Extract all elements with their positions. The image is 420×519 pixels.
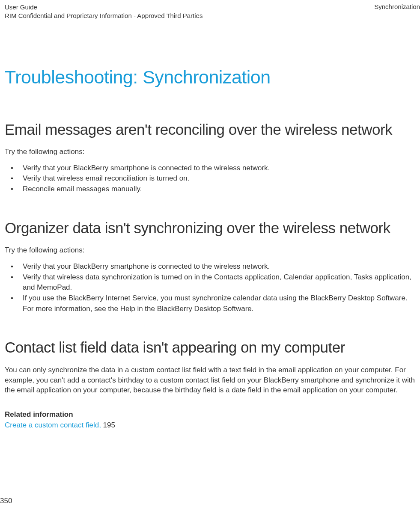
header-right: Synchronization — [374, 3, 420, 21]
section3-heading: Contact list field data isn't appearing … — [5, 338, 415, 357]
header-left: User Guide RIM Confidential and Propriet… — [5, 3, 203, 21]
section2-list: Verify that your BlackBerry smartphone i… — [5, 261, 415, 314]
related-link-page: 195 — [101, 421, 115, 429]
list-item: Verify that your BlackBerry smartphone i… — [11, 261, 415, 272]
page-title: Troubleshooting: Synchronization — [5, 67, 415, 88]
section2-intro: Try the following actions: — [5, 245, 415, 255]
related-link-row: Create a custom contact field, 195 — [5, 421, 415, 430]
header-confidential: RIM Confidential and Proprietary Informa… — [5, 12, 203, 20]
page-content: Troubleshooting: Synchronization Email m… — [0, 67, 420, 430]
header-title: User Guide — [5, 3, 203, 12]
list-item: If you use the BlackBerry Internet Servi… — [11, 293, 415, 314]
page-header: User Guide RIM Confidential and Propriet… — [0, 0, 420, 21]
list-item: Verify that your BlackBerry smartphone i… — [11, 163, 415, 174]
section1-heading: Email messages aren't reconciling over t… — [5, 120, 415, 139]
page-number: 350 — [0, 497, 12, 505]
list-item: Reconcile email messages manually. — [11, 184, 415, 195]
section3-body: You can only synchronize the data in a c… — [5, 365, 415, 395]
section2-heading: Organizer data isn't synchronizing over … — [5, 218, 415, 238]
related-link[interactable]: Create a custom contact field, — [5, 421, 101, 429]
related-heading: Related information — [5, 410, 415, 419]
list-item: Verify that wireless data synchronizatio… — [11, 272, 415, 293]
list-item: Verify that wireless email reconciliatio… — [11, 173, 415, 184]
section1-list: Verify that your BlackBerry smartphone i… — [5, 163, 415, 195]
section1-intro: Try the following actions: — [5, 147, 415, 157]
